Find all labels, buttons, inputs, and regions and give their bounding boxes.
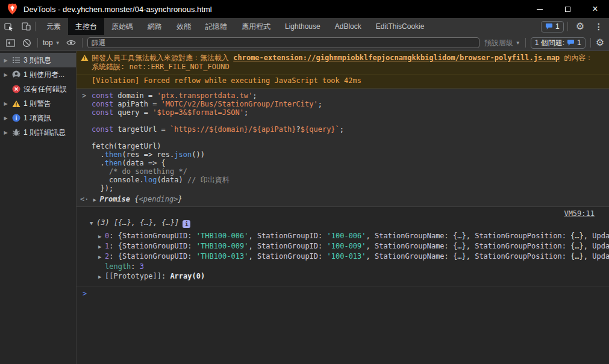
console-settings-gear-icon[interactable]: ⚙ xyxy=(596,38,604,48)
log-level-selector[interactable]: 預設層級 ▼ xyxy=(484,38,520,48)
inspect-element-icon[interactable] xyxy=(0,18,17,35)
divider xyxy=(82,38,83,48)
array-preview-text: (3) [{…}, {…}, {…}] xyxy=(96,218,179,227)
issues-badge[interactable]: 1 個問題: 1 xyxy=(531,37,586,49)
expand-arrow-icon[interactable]: ▶ xyxy=(3,130,8,135)
preview-entries: ▶0: {StationGroupUID: 'THB100-006', Stat… xyxy=(90,231,609,282)
code-line: const apiPath = 'MOTC/v2/Bus/StationGrou… xyxy=(77,100,609,108)
info-badge-icon: i xyxy=(183,220,190,228)
chevron-down-icon: ▼ xyxy=(55,40,60,46)
sidebar-item-label: 1 則警告 xyxy=(23,99,51,109)
brave-shield-icon xyxy=(7,3,17,15)
object-preview-row[interactable]: ▶0: {StationGroupUID: 'THB100-006', Stat… xyxy=(90,231,609,241)
code-line xyxy=(77,117,609,125)
tab-主控台[interactable]: 主控台 xyxy=(68,18,104,35)
context-selector-label: top xyxy=(43,39,53,47)
expand-arrow-icon[interactable]: ▶ xyxy=(98,272,105,282)
maximize-button[interactable] xyxy=(554,0,581,18)
user-icon xyxy=(11,70,20,79)
code-line: .then(res => res.json()) xyxy=(77,150,609,159)
close-button[interactable]: × xyxy=(581,0,609,18)
code-line: /* do something */ xyxy=(77,167,609,176)
expand-arrow-icon[interactable]: ▶ xyxy=(3,116,8,121)
filter-input[interactable] xyxy=(87,37,479,48)
device-toolbar-icon[interactable] xyxy=(17,18,35,35)
console-violation-message: [Violation] Forced reflow while executin… xyxy=(77,75,609,88)
sidebar-item-label: 3 則訊息 xyxy=(23,55,51,66)
object-preview-row[interactable]: ▶[[Prototype]]: Array(0) xyxy=(90,271,609,282)
divider xyxy=(567,22,568,31)
sidebar-item[interactable]: 沒有任何錯誤 xyxy=(0,82,76,96)
expand-arrow-icon[interactable]: ▶ xyxy=(93,197,99,203)
chevron-down-icon: ▼ xyxy=(516,40,520,46)
console-sidebar-toggle-icon[interactable] xyxy=(5,34,16,51)
sidebar-item-label: 1 則使用者... xyxy=(23,70,64,80)
tab-記憶體[interactable]: 記憶體 xyxy=(198,18,234,35)
title-bar: DevTools - dev.yhchen.monster/04-asynchr… xyxy=(0,0,609,18)
speech-bubble-icon xyxy=(545,23,553,30)
minimize-button[interactable] xyxy=(526,0,554,18)
code-line: const query = '$top=3&$format=JSON'; xyxy=(77,108,609,117)
settings-gear-icon[interactable]: ⚙ xyxy=(572,18,589,35)
console-empty-area[interactable] xyxy=(77,298,609,364)
expand-arrow-icon[interactable]: ▶ xyxy=(98,242,105,251)
object-preview-row[interactable]: length: 3 xyxy=(90,262,609,271)
expand-arrow-icon[interactable]: ▶ xyxy=(98,232,105,241)
warning-icon xyxy=(81,54,89,64)
tab-EditThisCookie[interactable]: EditThisCookie xyxy=(369,18,432,35)
tab-應用程式[interactable]: 應用程式 xyxy=(234,18,278,35)
bug-icon xyxy=(11,128,20,137)
divider xyxy=(525,38,526,48)
console-input-code: const domain = 'ptx.transportdata.tw';co… xyxy=(77,91,609,193)
tab-Lighthouse[interactable]: Lighthouse xyxy=(278,18,328,35)
context-selector[interactable]: top ▼ xyxy=(43,39,60,47)
expand-arrow-icon[interactable]: ▶ xyxy=(3,72,8,78)
tab-效能[interactable]: 效能 xyxy=(169,18,198,35)
object-preview-row[interactable]: ▶2: {StationGroupUID: 'THB100-013', Stat… xyxy=(90,251,609,262)
list-icon xyxy=(11,56,20,65)
code-line: const targetUrl = `https://${domain}/${a… xyxy=(77,125,609,134)
sidebar-item[interactable]: ▶1 則使用者... xyxy=(0,67,76,82)
object-preview-row[interactable]: ▶1: {StationGroupUID: 'THB100-009', Stat… xyxy=(90,241,609,251)
sidebar-item[interactable]: ▶1 項資訊 xyxy=(0,111,76,125)
code-line: fetch(targetUrl) xyxy=(77,142,609,150)
code-line: }); xyxy=(77,184,609,193)
tab-網路[interactable]: 網路 xyxy=(140,18,169,35)
code-line: const domain = 'ptx.transportdata.tw'; xyxy=(77,91,609,100)
console-warning-message: 開發人員工具無法載入來源對應：無法載入 chrome-extension://g… xyxy=(77,51,609,75)
code-line xyxy=(77,134,609,142)
console-prompt[interactable]: > xyxy=(77,286,609,298)
divider xyxy=(590,38,591,48)
clear-console-icon[interactable] xyxy=(21,34,33,51)
expand-arrow-icon[interactable]: ▶ xyxy=(3,101,8,106)
warning-text: 開發人員工具無法載入來源對應：無法載入 xyxy=(92,54,233,62)
devtools-window: DevTools - dev.yhchen.monster/04-asynchr… xyxy=(0,0,609,364)
collapse-arrow-icon[interactable]: ▼ xyxy=(90,220,96,226)
array-preview-header[interactable]: ▼(3) [{…}, {…}, {…}]i xyxy=(90,218,609,228)
divider xyxy=(37,38,38,48)
console-sidebar: ▶3 則訊息▶1 則使用者...沒有任何錯誤▶1 則警告▶1 項資訊▶1 則詳細… xyxy=(0,51,77,364)
expand-arrow-icon[interactable]: ▶ xyxy=(98,252,105,262)
input-chevron-icon: > xyxy=(82,91,86,100)
live-expression-eye-icon[interactable] xyxy=(65,34,77,51)
tab-元素[interactable]: 元素 xyxy=(39,18,68,35)
console-log-message: VM59:11 ▼(3) [{…}, {…}, {…}]i ▶0: {Stati… xyxy=(77,207,609,286)
sidebar-item-label: 1 則詳細訊息 xyxy=(23,128,66,138)
sidebar-item[interactable]: ▶1 則警告 xyxy=(0,96,76,111)
devtools-tab-bar: 元素主控台原始碼網路效能記憶體應用程式LighthouseAdBlockEdit… xyxy=(0,18,609,35)
tab-AdBlock[interactable]: AdBlock xyxy=(328,18,369,35)
console-messages-badge[interactable]: 1 xyxy=(541,21,564,32)
sidebar-item[interactable]: ▶1 則詳細訊息 xyxy=(0,125,76,140)
code-line: console.log(data) // 印出資料 xyxy=(77,176,609,184)
divider xyxy=(35,22,36,31)
error-icon xyxy=(11,85,20,94)
source-location-link[interactable]: VM59:11 xyxy=(564,209,595,218)
sidebar-item[interactable]: ▶3 則訊息 xyxy=(0,53,76,67)
sidebar-item-label: 1 項資訊 xyxy=(23,113,51,123)
log-level-label: 預設層級 xyxy=(484,38,513,48)
expand-arrow-icon[interactable]: ▶ xyxy=(3,58,8,63)
kebab-menu-icon[interactable]: ⋮ xyxy=(592,22,605,31)
source-map-link[interactable]: chrome-extension://gighmmpiobklfepjocnam… xyxy=(233,54,560,62)
tab-原始碼[interactable]: 原始碼 xyxy=(104,18,140,35)
speech-bubble-icon xyxy=(567,39,575,46)
